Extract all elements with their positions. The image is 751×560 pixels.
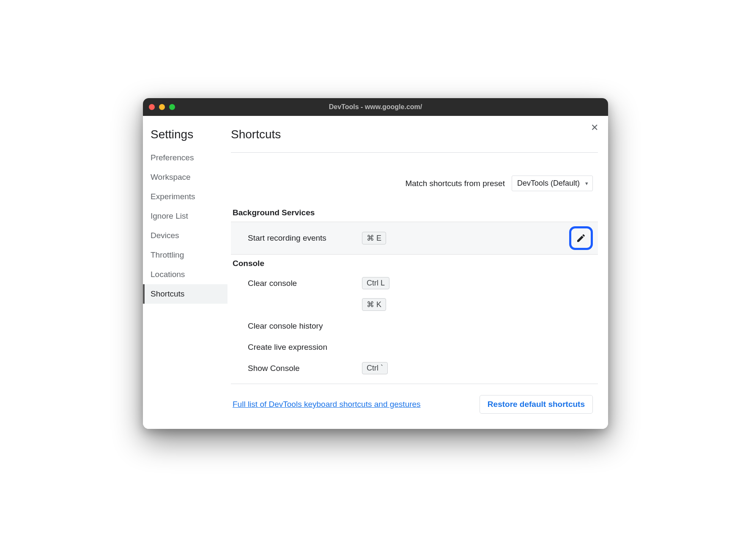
window-title: DevTools - www.google.com/	[143, 103, 608, 111]
settings-sidebar: Settings Preferences Workspace Experimen…	[143, 116, 227, 429]
shortcut-row-clear-console: Clear console Ctrl L	[231, 272, 598, 294]
footer-row: Full list of DevTools keyboard shortcuts…	[231, 384, 598, 414]
main-panel: ✕ Shortcuts Match shortcuts from preset …	[227, 116, 608, 429]
sidebar-item-preferences[interactable]: Preferences	[143, 148, 227, 167]
shortcut-label: Start recording events	[248, 233, 362, 243]
window-controls	[149, 104, 175, 110]
preset-select[interactable]: DevTools (Default)	[512, 176, 593, 191]
close-window-button[interactable]	[149, 104, 155, 110]
shortcut-label: Clear console history	[248, 321, 362, 331]
titlebar: DevTools - www.google.com/	[143, 98, 608, 116]
edit-shortcut-button[interactable]	[569, 226, 593, 250]
shortcut-row-clear-console-alt: ⌘ K	[231, 294, 598, 315]
shortcut-row-start-recording: Start recording events ⌘ E	[231, 222, 598, 255]
full-shortcuts-link[interactable]: Full list of DevTools keyboard shortcuts…	[233, 400, 421, 409]
sidebar-item-throttling[interactable]: Throttling	[143, 245, 227, 265]
sidebar-item-workspace[interactable]: Workspace	[143, 167, 227, 187]
app-window: DevTools - www.google.com/ Settings Pref…	[143, 98, 608, 429]
minimize-window-button[interactable]	[159, 104, 165, 110]
shortcut-key: ⌘ E	[362, 232, 386, 244]
sidebar-item-locations[interactable]: Locations	[143, 265, 227, 284]
section-header-console: Console	[231, 255, 598, 272]
sidebar-item-experiments[interactable]: Experiments	[143, 187, 227, 206]
sidebar-item-devices[interactable]: Devices	[143, 226, 227, 245]
restore-defaults-button[interactable]: Restore default shortcuts	[480, 395, 593, 414]
close-settings-button[interactable]: ✕	[589, 122, 600, 134]
shortcut-label: Clear console	[248, 279, 362, 288]
pencil-icon	[576, 233, 586, 243]
preset-row: Match shortcuts from preset DevTools (De…	[231, 153, 598, 204]
shortcut-key: ⌘ K	[362, 298, 386, 311]
shortcut-label: Show Console	[248, 364, 362, 373]
close-icon: ✕	[591, 122, 598, 133]
preset-label: Match shortcuts from preset	[405, 179, 504, 188]
page-title: Shortcuts	[231, 128, 598, 153]
shortcut-row-create-live-expression: Create live expression	[231, 336, 598, 357]
section-header-background-services: Background Services	[231, 204, 598, 222]
shortcut-label: Create live expression	[248, 343, 362, 352]
shortcut-key: Ctrl `	[362, 362, 388, 374]
maximize-window-button[interactable]	[169, 104, 175, 110]
sidebar-heading: Settings	[143, 128, 227, 148]
sidebar-item-ignore-list[interactable]: Ignore List	[143, 206, 227, 226]
preset-value: DevTools (Default)	[517, 179, 580, 188]
shortcut-row-clear-console-history: Clear console history	[231, 315, 598, 336]
shortcut-key: Ctrl L	[362, 277, 389, 289]
sidebar-item-shortcuts[interactable]: Shortcuts	[143, 284, 227, 304]
shortcut-row-show-console: Show Console Ctrl `	[231, 357, 598, 379]
